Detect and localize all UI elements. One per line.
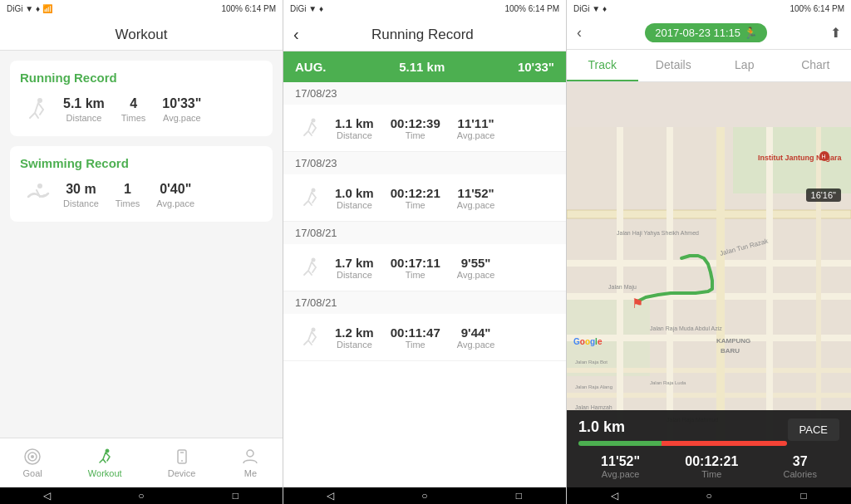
run-icon-3 — [295, 322, 325, 352]
running-distance-stat: 5.1 km Distance — [63, 96, 105, 123]
me-icon — [241, 448, 259, 466]
track-tabs: Track Details Lap Chart — [567, 50, 851, 82]
summary-km: 5.11 km — [399, 60, 445, 74]
svg-rect-17 — [567, 210, 851, 218]
run-item-3[interactable]: 1.2 km Distance 00:11:47 Time 9'44" Avg.… — [283, 314, 566, 361]
track-date-badge: 2017-08-23 11:15 🏃 — [645, 23, 766, 42]
tab-chart[interactable]: Chart — [780, 50, 852, 81]
swimming-pace-value: 0'40" — [160, 182, 191, 197]
battery-time-3: 100% 6:14 PM — [790, 4, 844, 13]
run-item-0[interactable]: 1.1 km Distance 00:12:39 Time 11'11" Avg… — [283, 105, 566, 152]
swimming-record-section[interactable]: Swimming Record 30 m Distance 1 — [10, 146, 273, 222]
nav-device[interactable]: Device — [158, 444, 206, 482]
svg-text:Jalan Raja Alang: Jalan Raja Alang — [575, 384, 612, 389]
svg-rect-22 — [567, 368, 851, 373]
running-record-section[interactable]: Running Record 5.1 km Distance 4 Time — [10, 61, 273, 136]
home-android-btn-3[interactable]: ○ — [702, 489, 716, 502]
back-android-btn-1[interactable]: ◁ — [41, 489, 54, 502]
run-distance-value-0: 1.1 km — [335, 116, 374, 130]
summary-bar: AUG. 5.11 km 10'33" — [283, 51, 566, 82]
android-nav-1: ◁ ○ □ — [0, 487, 283, 504]
run-pace-1: 11'52" Avg.pace — [457, 186, 495, 210]
running-back-button[interactable]: ‹ — [293, 25, 299, 44]
svg-point-8 — [181, 460, 183, 462]
svg-rect-23 — [567, 393, 851, 398]
svg-text:KAMPUNG: KAMPUNG — [716, 337, 750, 345]
tab-track[interactable]: Track — [567, 50, 638, 81]
running-times-stat: 4 Times — [121, 96, 146, 123]
home-android-btn-2[interactable]: ○ — [418, 489, 431, 502]
run-time-label-2: Time — [406, 270, 426, 280]
home-android-btn-1[interactable]: ○ — [135, 489, 148, 502]
running-header-title: Running Record — [306, 27, 539, 43]
svg-text:Jalan Raja Muda Abdul Aziz: Jalan Raja Muda Abdul Aziz — [650, 325, 722, 332]
status-bar-left-2: DiGi ▼ ♦ — [290, 4, 323, 13]
nav-device-label: Device — [168, 468, 196, 478]
run-time-3: 00:11:47 Time — [391, 325, 440, 350]
android-nav-2: ◁ ○ □ — [283, 487, 566, 504]
run-pace-label-2: Avg.pace — [457, 270, 495, 280]
pace-avg-stat: 11'52" Avg.pace — [601, 454, 640, 479]
run-pace-label-0: Avg.pace — [457, 130, 495, 140]
battery-time-2: 100% 6:14 PM — [504, 4, 559, 13]
carrier-info-1: DiGi ▼ ♦ 📶 — [7, 4, 52, 13]
run-item-2[interactable]: 1.7 km Distance 00:17:11 Time 9'55" Avg.… — [283, 244, 566, 291]
carrier-info-2: DiGi ▼ ♦ — [290, 4, 323, 13]
run-item-1[interactable]: 1.0 km Distance 00:12:21 Time 11'52" Avg… — [283, 174, 566, 222]
run-stats-0: 1.1 km Distance 00:12:39 Time 11'11" Avg… — [335, 116, 554, 140]
svg-text:Institut Jantung Negara: Institut Jantung Negara — [758, 154, 843, 162]
swimming-distance-label: Distance — [63, 198, 99, 208]
back-android-btn-3[interactable]: ◁ — [608, 489, 621, 502]
nav-goal[interactable]: Goal — [13, 444, 52, 482]
running-distance-value: 5.1 km — [63, 96, 105, 111]
swimming-record-row: 30 m Distance 1 Times 0'40" Avg.pace — [20, 179, 263, 212]
running-list: 17/08/23 1.1 km Distance 00:12:39 Time — [283, 82, 566, 487]
recent-android-btn-2[interactable]: □ — [512, 489, 525, 502]
pace-calories-label: Calories — [784, 469, 817, 479]
tab-track-label: Track — [588, 58, 617, 71]
svg-point-4 — [31, 455, 34, 458]
recent-android-btn-3[interactable]: □ — [797, 489, 810, 502]
svg-text:BARU: BARU — [721, 347, 740, 355]
swimming-icon — [20, 179, 53, 212]
svg-rect-25 — [667, 127, 673, 443]
date-header-3: 17/08/21 — [283, 291, 566, 314]
nav-me[interactable]: Me — [231, 444, 269, 482]
date-header-0: 17/08/23 — [283, 82, 566, 105]
back-android-btn-2[interactable]: ◁ — [324, 489, 337, 502]
run-pace-value-2: 9'55" — [461, 256, 491, 270]
run-time-value-2: 00:17:11 — [391, 256, 440, 270]
run-pace-label-3: Avg.pace — [457, 340, 495, 350]
swimming-stats: 30 m Distance 1 Times 0'40" Avg.pace — [63, 182, 263, 208]
pace-time-value: 00:12:21 — [685, 454, 738, 469]
track-share-button[interactable]: ⬆ — [830, 25, 841, 41]
run-time-value-1: 00:12:21 — [391, 186, 440, 200]
nav-workout[interactable]: Workout — [78, 444, 132, 482]
status-bar-right-1: 100% 6:14 PM — [221, 4, 276, 13]
run-time-2: 00:17:11 Time — [391, 256, 440, 280]
swimming-distance-stat: 30 m Distance — [63, 182, 99, 208]
workout-title: Workout — [116, 27, 168, 42]
map-label-text: 16'16" — [811, 190, 836, 200]
running-record-title: Running Record — [20, 71, 263, 85]
status-bar-right-3: 100% 6:14 PM — [790, 4, 844, 13]
running-icon — [20, 93, 53, 126]
svg-text:⚑: ⚑ — [632, 296, 643, 311]
svg-text:Jalan Haji Yahya Sheikh Ahmed: Jalan Haji Yahya Sheikh Ahmed — [617, 230, 699, 237]
tab-lap[interactable]: Lap — [709, 50, 780, 81]
tab-details[interactable]: Details — [638, 50, 710, 81]
recent-android-btn-1[interactable]: □ — [229, 489, 242, 502]
status-bar-2: DiGi ▼ ♦ 100% 6:14 PM — [283, 0, 566, 17]
status-bar-left-1: DiGi ▼ ♦ 📶 — [7, 4, 52, 13]
track-back-button[interactable]: ‹ — [577, 24, 582, 42]
pace-mode-button[interactable]: PACE — [788, 418, 839, 441]
tab-chart-label: Chart — [801, 58, 829, 71]
run-stats-3: 1.2 km Distance 00:11:47 Time 9'44" Avg.… — [335, 325, 554, 350]
run-distance-label-2: Distance — [337, 270, 372, 280]
summary-month: AUG. — [295, 60, 327, 74]
date-text-0: 17/08/23 — [295, 87, 337, 100]
run-pace-value-1: 11'52" — [458, 186, 494, 200]
status-bar-right-2: 100% 6:14 PM — [504, 4, 559, 13]
date-text-1: 17/08/23 — [295, 157, 337, 169]
pace-stats-row: 11'52" Avg.pace 00:12:21 Time 37 Calorie… — [578, 454, 839, 479]
